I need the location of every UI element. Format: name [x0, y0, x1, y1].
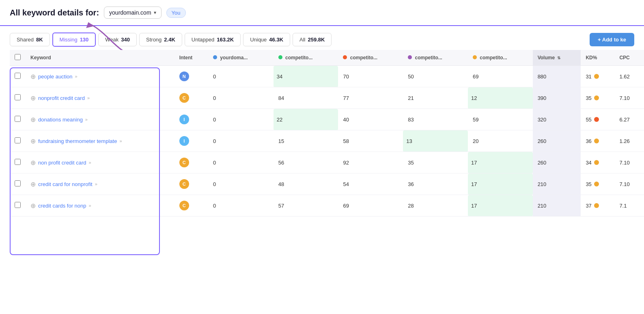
domain-name: yourdomain.com	[109, 9, 151, 16]
intent-cell: N	[174, 66, 208, 87]
cpc-value: 1.62	[614, 66, 644, 87]
competitor3-value: 28	[403, 195, 468, 217]
add-to-keywords-button[interactable]: + Add to ke	[590, 33, 634, 46]
cpc-column-header: CPC	[614, 50, 644, 66]
keyword-cell: ⊕ fundraising thermometer template »	[26, 130, 174, 152]
yourdomain-dot	[213, 55, 217, 59]
intent-cell: I	[174, 109, 208, 130]
yourdomain-value: 0	[208, 109, 274, 130]
domain-selector[interactable]: yourdomain.com ▾	[104, 6, 162, 19]
tab-weak-count: 340	[121, 37, 130, 43]
intent-badge: N	[179, 71, 189, 81]
expand-icon[interactable]: ⊕	[30, 202, 36, 210]
kd-value: 35	[581, 87, 614, 109]
competitor3-value: 35	[403, 152, 468, 173]
cpc-value: 7.10	[614, 173, 644, 195]
competitor2-value: 77	[338, 87, 403, 109]
tab-strong[interactable]: Strong 2.4K	[139, 33, 182, 46]
keyword-cell: ⊕ nonprofit credit card »	[26, 87, 174, 109]
competitor1-value: 15	[274, 130, 338, 152]
tab-missing-count: 130	[80, 37, 89, 43]
row-checkbox-cell[interactable]	[10, 173, 26, 195]
yourdomain-column-header: yourdoma...	[208, 50, 274, 66]
row-checkbox-cell[interactable]	[10, 66, 26, 87]
tab-weak-label: Weak	[105, 37, 118, 43]
navigate-arrows: »	[89, 203, 91, 208]
row-checkbox[interactable]	[15, 94, 21, 100]
intent-badge: C	[179, 179, 189, 189]
keyword-link[interactable]: credit card for nonprofit	[38, 181, 93, 187]
table-container: Keyword Intent yourdoma... competito...	[0, 50, 644, 217]
keyword-cell: ⊕ non profit credit card »	[26, 152, 174, 173]
keyword-link[interactable]: nonprofit credit card	[38, 95, 85, 101]
kd-dot	[594, 139, 599, 143]
navigate-arrows: »	[75, 74, 78, 79]
table-row: ⊕ people auction » N034705069880311.62	[10, 66, 644, 87]
competitor4-value: 17	[468, 152, 533, 173]
keyword-cell: ⊕ credit card for nonprofit »	[26, 173, 174, 195]
row-checkbox-cell[interactable]	[10, 87, 26, 109]
row-checkbox[interactable]	[15, 137, 21, 143]
tab-untapped[interactable]: Untapped 163.2K	[185, 33, 241, 46]
expand-icon[interactable]: ⊕	[30, 94, 36, 102]
table-header-row: Keyword Intent yourdoma... competito...	[10, 50, 644, 66]
tab-all[interactable]: All 259.8K	[293, 33, 332, 46]
volume-column-header[interactable]: Volume ⇅	[533, 50, 581, 66]
competitor4-value: 17	[468, 195, 533, 217]
tab-weak[interactable]: Weak 340	[98, 33, 137, 46]
kd-value: 37	[581, 195, 614, 217]
competitor1-column-header: competito...	[274, 50, 338, 66]
competitor2-value: 54	[338, 173, 403, 195]
select-all-checkbox[interactable]	[15, 54, 21, 60]
row-checkbox-cell[interactable]	[10, 195, 26, 217]
competitor2-value: 58	[338, 130, 403, 152]
keyword-link[interactable]: credit cards for nonp	[38, 203, 86, 209]
row-checkbox[interactable]	[15, 73, 21, 79]
row-checkbox-cell[interactable]	[10, 130, 26, 152]
page-title: All keyword details for:	[10, 8, 99, 17]
keyword-link[interactable]: fundraising thermometer template	[38, 138, 117, 144]
kd-value: 55	[581, 109, 614, 130]
competitor1-value: 84	[274, 87, 338, 109]
kd-dot	[594, 117, 599, 122]
expand-icon[interactable]: ⊕	[30, 159, 36, 167]
competitor4-column-header: competito...	[468, 50, 533, 66]
competitor4-value: 12	[468, 87, 533, 109]
keyword-link[interactable]: non profit credit card	[38, 160, 86, 166]
kd-value: 36	[581, 130, 614, 152]
kd-column-header: KD%	[581, 50, 614, 66]
keyword-cell: ⊕ donations meaning »	[26, 109, 174, 130]
competitor1-value: 34	[274, 66, 338, 87]
row-checkbox[interactable]	[15, 116, 21, 122]
tab-unique-label: Unique	[250, 37, 267, 43]
expand-icon[interactable]: ⊕	[30, 116, 36, 123]
kd-dot	[594, 203, 599, 208]
expand-icon[interactable]: ⊕	[30, 137, 36, 145]
select-all-header[interactable]	[10, 50, 26, 66]
table-row: ⊕ donations meaning » I022408359320556.2…	[10, 109, 644, 130]
competitor3-column-header: competito...	[403, 50, 468, 66]
competitor2-value: 92	[338, 152, 403, 173]
expand-icon[interactable]: ⊕	[30, 180, 36, 188]
volume-value: 880	[533, 66, 581, 87]
page: All keyword details for: yourdomain.com …	[0, 0, 644, 314]
competitor3-value: 21	[403, 87, 468, 109]
keyword-link[interactable]: donations meaning	[38, 117, 83, 123]
keyword-cell: ⊕ credit cards for nonp »	[26, 195, 174, 217]
row-checkbox-cell[interactable]	[10, 152, 26, 173]
competitor4-value: 59	[468, 109, 533, 130]
competitor1-value: 22	[274, 109, 338, 130]
expand-icon[interactable]: ⊕	[30, 73, 36, 80]
tab-shared-label: Shared	[17, 37, 34, 43]
tab-missing[interactable]: Missing 130	[52, 32, 96, 47]
tab-shared[interactable]: Shared 8K	[10, 33, 50, 46]
keyword-link[interactable]: people auction	[38, 74, 73, 80]
row-checkbox-cell[interactable]	[10, 109, 26, 130]
tab-all-label: All	[299, 37, 305, 43]
row-checkbox[interactable]	[15, 202, 21, 208]
tab-unique[interactable]: Unique 46.3K	[243, 33, 290, 46]
row-checkbox[interactable]	[15, 159, 21, 165]
volume-value: 390	[533, 87, 581, 109]
yourdomain-value: 0	[208, 130, 274, 152]
row-checkbox[interactable]	[15, 180, 21, 186]
